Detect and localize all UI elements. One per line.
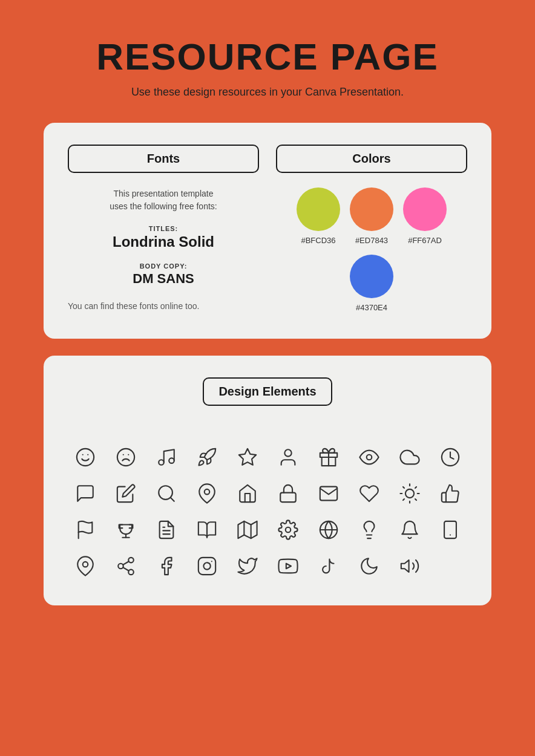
- lock-icon: [275, 481, 301, 506]
- phone-icon: [438, 517, 463, 543]
- sun-icon: [397, 481, 422, 506]
- svg-marker-50: [286, 564, 290, 569]
- color-hex-2: #ED7843: [355, 236, 388, 245]
- share-icon: [113, 553, 139, 579]
- map-icon: [235, 517, 260, 543]
- rocket-icon: [194, 445, 220, 470]
- colors-row: #BFCD36 #ED7843 #FF67AD #4370E4: [276, 187, 467, 312]
- pin-icon: [194, 481, 220, 506]
- instagram-icon: [194, 553, 220, 579]
- chat-icon: [73, 481, 98, 506]
- clock-icon: [438, 445, 463, 470]
- color-item-1: #BFCD36: [297, 187, 340, 245]
- music-icon: [154, 445, 179, 470]
- twitter-icon: [235, 553, 260, 579]
- color-item-3: #FF67AD: [403, 187, 447, 245]
- svg-point-12: [366, 455, 372, 460]
- page-header: RESOURCE PAGE Use these design resources…: [96, 36, 439, 99]
- gift-icon: [316, 445, 341, 470]
- svg-line-22: [415, 499, 416, 500]
- color-hex-1: #BFCD36: [301, 236, 335, 245]
- lightbulb-icon: [356, 517, 382, 543]
- page-subtitle: Use these design resources in your Canva…: [96, 86, 439, 99]
- fonts-intro: This presentation template uses the foll…: [68, 187, 259, 213]
- home-icon: [235, 481, 260, 506]
- sad-face-icon: [113, 445, 139, 470]
- design-elements-badge: Design Elements: [203, 377, 332, 406]
- body-font-name: DM SANS: [68, 271, 259, 287]
- smiley-icon: [73, 445, 98, 470]
- svg-point-6: [159, 460, 164, 465]
- svg-point-7: [169, 458, 174, 464]
- color-circle-3: [403, 187, 447, 231]
- person-icon: [275, 445, 301, 470]
- svg-rect-17: [280, 493, 296, 503]
- body-label: BODY COPY:: [68, 262, 259, 270]
- svg-point-35: [285, 527, 290, 533]
- globe-icon: [316, 517, 341, 543]
- svg-rect-40: [444, 521, 456, 538]
- fonts-badge: Fonts: [68, 145, 259, 173]
- body-font-block: BODY COPY: DM SANS: [68, 262, 259, 287]
- color-item-2: #ED7843: [350, 187, 393, 245]
- tiktok-icon: [316, 553, 341, 579]
- svg-point-3: [117, 449, 134, 466]
- thumbsup-icon: [438, 481, 463, 506]
- svg-point-42: [82, 562, 88, 567]
- titles-font-name: Londrina Solid: [68, 233, 259, 250]
- svg-point-45: [128, 570, 134, 575]
- mail-icon: [316, 481, 341, 506]
- design-elements-card: Design Elements: [44, 356, 491, 605]
- svg-line-25: [402, 499, 404, 500]
- svg-point-0: [76, 449, 93, 466]
- svg-point-44: [118, 564, 123, 569]
- svg-rect-48: [198, 558, 215, 575]
- svg-line-26: [415, 487, 416, 488]
- svg-line-15: [170, 498, 174, 501]
- fonts-column: Fonts This presentation template uses th…: [68, 145, 259, 312]
- icons-grid: [68, 445, 467, 579]
- search-icon: [154, 481, 179, 506]
- svg-point-43: [128, 558, 134, 563]
- svg-marker-8: [238, 449, 255, 465]
- youtube-icon: [275, 553, 301, 579]
- megaphone-icon: [397, 553, 422, 579]
- book-icon: [194, 517, 220, 543]
- cloud-icon: [397, 445, 422, 470]
- color-circle-1: [297, 187, 340, 231]
- color-hex-4: #4370E4: [356, 303, 387, 312]
- document-icon: [154, 517, 179, 543]
- flag-icon: [73, 517, 98, 543]
- page-title: RESOURCE PAGE: [96, 36, 439, 77]
- color-circle-2: [350, 187, 393, 231]
- eye-icon: [356, 445, 382, 470]
- pencil-icon: [113, 481, 139, 506]
- facebook-icon: [154, 553, 179, 579]
- titles-label: TITLES:: [68, 225, 259, 232]
- svg-marker-32: [238, 521, 257, 538]
- color-circle-4: [350, 255, 393, 298]
- svg-point-16: [204, 489, 209, 495]
- colors-column: Colors #BFCD36 #ED7843 #FF67AD #4370E4: [276, 145, 467, 312]
- svg-line-47: [123, 561, 129, 565]
- star-icon: [235, 445, 260, 470]
- colors-badge: Colors: [276, 145, 467, 173]
- title-font-block: TITLES: Londrina Solid: [68, 225, 259, 250]
- color-hex-3: #FF67AD: [408, 236, 442, 245]
- moon-icon: [356, 553, 382, 579]
- heart-icon: [356, 481, 382, 506]
- fonts-footer: You can find these fonts online too.: [68, 301, 259, 311]
- svg-line-46: [123, 567, 129, 571]
- svg-point-18: [405, 489, 413, 498]
- svg-point-9: [284, 449, 291, 456]
- settings-icon: [275, 517, 301, 543]
- bell-icon: [397, 517, 422, 543]
- color-item-4: #4370E4: [350, 255, 393, 312]
- location-icon: [73, 553, 98, 579]
- trophy-icon: [113, 517, 139, 543]
- resources-card: Fonts This presentation template uses th…: [44, 123, 491, 339]
- svg-line-21: [402, 487, 404, 488]
